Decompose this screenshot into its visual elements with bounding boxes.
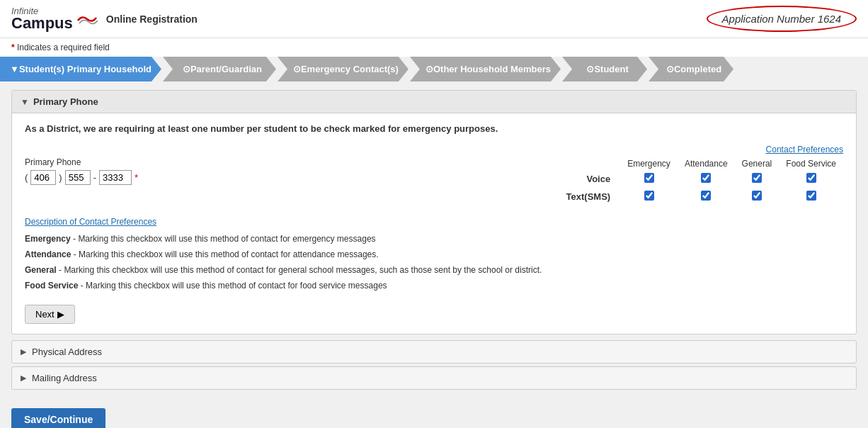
voice-row: Voice [559, 170, 843, 188]
save-continue-button[interactable]: Save/Continue [11, 408, 105, 428]
phone-end[interactable] [99, 170, 132, 185]
step-parent-guardian[interactable]: ⊙ Parent/Guardian [163, 57, 276, 81]
phone-required-star: * [135, 172, 138, 183]
col-label-empty [559, 157, 621, 170]
next-arrow-icon: ▶ [57, 309, 64, 320]
step-primary-household[interactable]: ▼ Student(s) Primary Household [0, 57, 161, 81]
contact-prefs-area: Emergency Attendance General Food Servic… [181, 157, 843, 205]
phone-field: ( ) - * [25, 170, 166, 185]
logo: InfiniteCampus [11, 6, 98, 31]
voice-general-checkbox[interactable] [752, 173, 762, 183]
voice-foodservice-checkbox[interactable] [806, 173, 816, 183]
mailing-address-panel[interactable]: ▶ Mailing Address [11, 366, 857, 390]
step-emergency-contacts[interactable]: ⊙ Emergency Contact(s) [278, 57, 409, 81]
progress-steps: ▼ Student(s) Primary Household ⊙ Parent/… [0, 57, 868, 81]
sms-emergency-checkbox[interactable] [644, 191, 654, 201]
phone-middle[interactable] [65, 170, 91, 185]
main-content: ▼ Primary Phone As a District, we are re… [0, 81, 868, 401]
physical-expand-icon: ▶ [21, 347, 26, 356]
col-emergency: Emergency [620, 157, 678, 170]
sms-row: Text(SMS) [559, 188, 843, 205]
district-notice: As a District, we are requiring at least… [25, 123, 843, 134]
header: InfiniteCampus Online Registration Appli… [0, 0, 868, 38]
phone-label: Primary Phone [25, 157, 166, 167]
emergency-desc: Emergency - Marking this checkbox will u… [25, 232, 843, 245]
voice-emergency-checkbox[interactable] [644, 173, 654, 183]
sms-foodservice-cell [779, 188, 843, 205]
next-button[interactable]: Next ▶ [25, 305, 75, 324]
primary-phone-panel: ▼ Primary Phone As a District, we are re… [11, 90, 857, 334]
primary-phone-body: As a District, we are requiring at least… [12, 113, 856, 334]
contact-prefs-table: Emergency Attendance General Food Servic… [559, 157, 843, 205]
required-field-note: * Indicates a required field [0, 38, 868, 57]
description-section: Description of Contact Preferences Emerg… [25, 217, 843, 292]
voice-attendance-cell [678, 170, 735, 188]
next-button-area: Next ▶ [25, 305, 843, 324]
voice-label: Voice [559, 170, 621, 188]
campus-logo-icon [76, 13, 98, 28]
voice-general-cell [735, 170, 780, 188]
logo-area: InfiniteCampus Online Registration [11, 6, 198, 31]
sms-attendance-checkbox[interactable] [701, 191, 711, 201]
step-student[interactable]: ⊙ Student [562, 57, 647, 81]
step-other-household[interactable]: ⊙ Other Household Members [410, 57, 561, 81]
step-icon-1: ⊙ [183, 64, 190, 74]
voice-attendance-checkbox[interactable] [701, 173, 711, 183]
voice-emergency-cell [620, 170, 678, 188]
phone-area-code[interactable] [30, 170, 56, 185]
sms-general-cell [735, 188, 780, 205]
col-attendance: Attendance [678, 157, 735, 170]
application-number: Application Number 1624 [707, 6, 857, 32]
mailing-expand-icon: ▶ [21, 373, 26, 383]
sms-label: Text(SMS) [559, 188, 621, 205]
contact-preferences-link[interactable]: Contact Preferences [766, 145, 843, 154]
online-registration-label: Online Registration [106, 13, 198, 25]
bottom-bar: Save/Continue [0, 401, 868, 428]
phone-contact-grid: Primary Phone ( ) - * [25, 157, 843, 205]
phone-input-area: Primary Phone ( ) - * [25, 157, 166, 185]
step-icon-0: ▼ [10, 64, 19, 74]
sms-foodservice-checkbox[interactable] [806, 191, 816, 201]
section-collapse-arrow: ▼ [21, 97, 29, 107]
col-general: General [735, 157, 780, 170]
attendance-desc: Attendance - Marking this checkbox will … [25, 248, 843, 261]
step-icon-5: ⊙ [666, 64, 674, 74]
voice-foodservice-cell [779, 170, 843, 188]
sms-emergency-cell [620, 188, 678, 205]
description-link[interactable]: Description of Contact Preferences [25, 217, 843, 227]
general-desc: General - Marking this checkbox will use… [25, 264, 843, 276]
step-icon-3: ⊙ [426, 64, 433, 74]
primary-phone-header[interactable]: ▼ Primary Phone [12, 91, 856, 113]
sms-attendance-cell [678, 188, 735, 205]
step-completed[interactable]: ⊙ Completed [649, 57, 733, 81]
step-icon-4: ⊙ [586, 64, 594, 74]
col-food-service: Food Service [779, 157, 843, 170]
food-service-desc: Food Service - Marking this checkbox wil… [25, 279, 843, 292]
required-asterisk: * [11, 43, 15, 52]
step-icon-2: ⊙ [293, 64, 301, 74]
physical-address-panel[interactable]: ▶ Physical Address [11, 340, 857, 364]
sms-general-checkbox[interactable] [752, 191, 762, 201]
